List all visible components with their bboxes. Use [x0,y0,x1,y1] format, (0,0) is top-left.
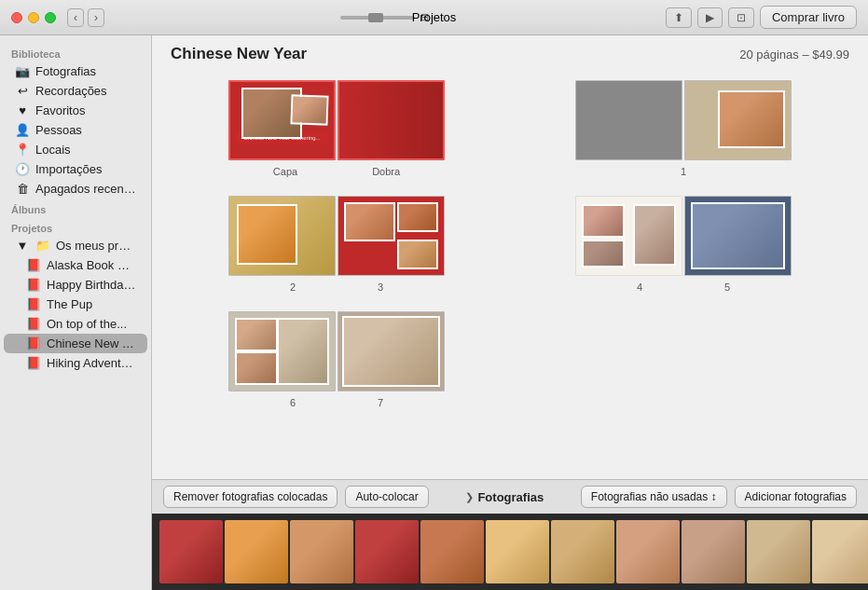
title-text: Projetos [412,10,457,24]
sidebar-item-projects-root[interactable]: ▼ 📁 Os meus projetos [4,236,147,255]
page-3[interactable] [338,196,445,276]
page4-photo1 [582,204,625,238]
spread-67[interactable]: 6 7 [171,311,503,408]
sidebar-item-locais[interactable]: 📍 Locais [4,140,147,159]
toolbar-center: ❯ Fotografias [436,490,573,504]
filmstrip-thumb[interactable] [159,520,223,583]
scrubber[interactable]: ⊞ [104,11,666,23]
forward-button[interactable]: › [88,8,104,27]
book-icon: 📕 [26,258,41,272]
filmstrip-thumb[interactable] [682,520,745,583]
page-2[interactable] [228,196,336,276]
sidebar-item-label: Favoritos [35,103,85,117]
page-1a[interactable] [575,80,682,160]
filmstrip-thumb[interactable] [747,520,810,583]
filmstrip [152,514,868,590]
spread-pages [228,196,445,276]
filmstrip-thumb[interactable] [812,520,868,583]
project-label: Hiking Adventure [47,356,136,370]
maximize-button[interactable] [45,12,56,23]
spread-1[interactable]: 1 [517,80,849,177]
main-content: Chinese New Year 20 páginas – $49.99 Chi… [152,35,868,590]
project-label: Alaska Book Pr... [47,258,136,272]
spread-pages: Chinese New Year Gathering... [228,80,445,160]
page-5[interactable] [684,196,792,276]
layout-button[interactable]: ⊡ [728,7,754,28]
sidebar-item-fotografias[interactable]: 📷 Fotografias [4,62,147,81]
photos-label: Fotografias [477,490,544,504]
dobra-page[interactable] [338,80,445,160]
page67-labels: 6 7 [290,395,383,408]
toolbar-right-group: Fotografias não usadas ↕ Adicionar fotog… [581,486,857,508]
minimize-button[interactable] [28,12,39,23]
scrubber-thumb[interactable] [368,13,383,22]
page1-photo [718,90,785,148]
add-photos-button[interactable]: Adicionar fotografias [735,486,857,508]
page6-photo3 [277,318,329,385]
sidebar-item-label: Importações [35,162,103,176]
filmstrip-thumb[interactable] [355,520,419,583]
folder-icon: 📁 [35,239,50,253]
nav-buttons: ‹ › [67,8,104,27]
trash-icon: 🗑 [15,182,30,196]
sidebar-item-importacoes[interactable]: 🕐 Importações [4,159,147,179]
spread-cover[interactable]: Chinese New Year Gathering... Capa Dobra [171,80,503,177]
places-icon: 📍 [15,143,30,157]
book-icon: 📕 [26,297,41,311]
book-meta: 20 páginas – $49.99 [739,48,849,62]
filmstrip-thumb[interactable] [551,520,614,583]
sidebar-item-apagados[interactable]: 🗑 Apagados recente... [4,179,147,199]
project-label: On top of the... [47,317,127,331]
sidebar-item-label: Fotografias [35,64,96,78]
page-6[interactable] [228,311,336,391]
buy-button[interactable]: Comprar livro [760,6,857,29]
auto-place-button[interactable]: Auto-colocar [345,486,428,508]
project-label: Chinese New Y... [47,336,136,350]
page4-photo2 [582,240,625,268]
sidebar-item-chinese[interactable]: 📕 Chinese New Y... [4,334,147,353]
page-4[interactable] [575,196,682,276]
spread-pages [575,80,792,160]
sidebar-item-pup[interactable]: 📕 The Pup [4,295,147,314]
bottom-toolbar: Remover fotografias colocadas Auto-coloc… [152,479,868,514]
spread-23[interactable]: 2 3 [171,196,503,293]
titlebar: ‹ › ⊞ Projetos ⬆ ▶ ⊡ Comprar livro [0,0,868,35]
book-icon: 📕 [26,317,41,331]
sidebar-item-label: Locais [35,143,71,157]
slideshow-button[interactable]: ▶ [697,7,723,28]
library-section-label: Biblioteca [0,43,151,62]
close-button[interactable] [11,12,22,23]
sidebar-item-favoritos[interactable]: ♥ Favoritos [4,101,147,120]
filmstrip-thumb[interactable] [225,520,288,583]
page2-label: 2 [290,281,296,293]
filmstrip-thumb[interactable] [616,520,680,583]
filmstrip-thumb[interactable] [420,520,484,583]
page-7[interactable] [338,311,445,391]
page-1b[interactable] [684,80,792,160]
remove-photos-button[interactable]: Remover fotografias colocadas [163,486,338,508]
page2-photo [237,204,297,265]
book-icon: 📕 [26,278,41,292]
page4-label: 4 [637,281,642,293]
page1-label: 1 [681,166,686,177]
sidebar-item-birthday[interactable]: 📕 Happy Birthday... [4,275,147,295]
cover-page[interactable]: Chinese New Year Gathering... [228,80,336,160]
export-button[interactable]: ⬆ [666,7,692,28]
page6-photo1 [235,318,278,351]
sidebar-item-pessoas[interactable]: 👤 Pessoas [4,120,147,140]
sidebar-item-hiking[interactable]: 📕 Hiking Adventure [4,353,147,373]
sidebar-item-recordacoes[interactable]: ↩ Recordações [4,81,147,101]
filmstrip-thumb[interactable] [290,520,353,583]
back-button[interactable]: ‹ [67,8,84,27]
page3-photo2 [397,202,438,232]
photos-icon: 📷 [15,64,30,78]
sidebar-item-alaska[interactable]: 📕 Alaska Book Pr... [4,255,147,275]
spread-45[interactable]: 4 5 [517,196,849,293]
chevron-icon: ❯ [465,491,474,503]
sidebar-item-label: Recordações [35,84,107,98]
unused-photos-button[interactable]: Fotografias não usadas ↕ [581,486,727,508]
imports-icon: 🕐 [15,162,30,176]
filmstrip-thumb[interactable] [486,520,549,583]
sidebar-item-label: Apagados recente... [35,182,136,196]
sidebar-item-ontop[interactable]: 📕 On top of the... [4,314,147,334]
